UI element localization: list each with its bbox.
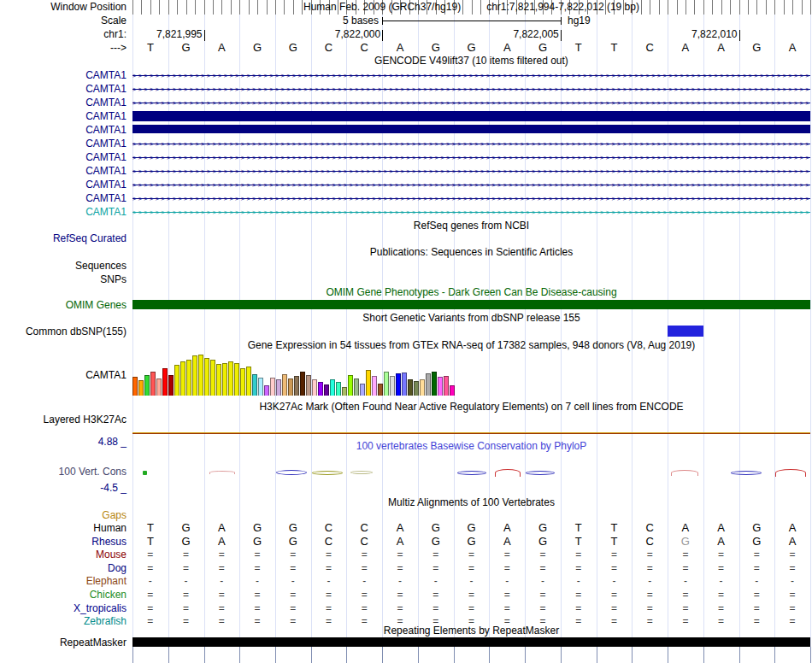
- base-cell: -: [239, 575, 275, 587]
- base-cell: =: [132, 549, 168, 560]
- base-cell: =: [418, 549, 454, 560]
- multiz-alignment-layer: HumanTGAGGCCAGGAGTTCAAGARhesusTGAGGCCAGG…: [0, 0, 812, 663]
- base-cell: =: [168, 549, 204, 560]
- species-label[interactable]: Chicken: [0, 589, 127, 601]
- base-cell: -: [738, 575, 774, 587]
- base-cell: -: [703, 575, 739, 587]
- base-cell: =: [275, 602, 311, 614]
- base-cell: =: [703, 602, 739, 614]
- alignment-row[interactable]: ===================: [132, 549, 810, 560]
- base-cell: T: [597, 522, 633, 534]
- base-cell: G: [275, 536, 311, 548]
- base-cell: =: [703, 549, 739, 560]
- base-cell: =: [382, 602, 418, 614]
- base-cell: -: [346, 575, 382, 587]
- base-cell: =: [738, 602, 774, 614]
- base-cell: =: [632, 589, 668, 601]
- base-cell: -: [454, 575, 490, 587]
- base-cell: G: [168, 536, 204, 548]
- base-cell: =: [275, 589, 311, 601]
- base-cell: A: [203, 536, 239, 548]
- base-cell: -: [668, 575, 703, 587]
- base-cell: =: [525, 562, 561, 574]
- base-cell: -: [203, 575, 239, 587]
- base-cell: =: [311, 562, 347, 574]
- base-cell: T: [561, 536, 597, 548]
- base-cell: =: [561, 589, 597, 601]
- base-cell: =: [703, 589, 739, 601]
- base-cell: =: [597, 589, 633, 601]
- base-cell: =: [346, 549, 382, 560]
- species-label[interactable]: Mouse: [0, 549, 127, 560]
- alignment-row[interactable]: -------------------: [132, 575, 810, 587]
- alignment-row[interactable]: TGAGGCCAGGAGTTCGAGA: [132, 536, 810, 548]
- base-cell: =: [346, 602, 382, 614]
- base-cell: =: [489, 602, 525, 614]
- base-cell: =: [597, 549, 633, 560]
- base-cell: =: [132, 562, 168, 574]
- base-cell: G: [738, 536, 774, 548]
- repeatmasker-bar[interactable]: [132, 637, 810, 647]
- alignment-row[interactable]: ===================: [132, 589, 810, 601]
- base-cell: =: [311, 549, 347, 560]
- base-cell: =: [738, 549, 774, 560]
- base-cell: =: [489, 589, 525, 601]
- base-cell: =: [382, 549, 418, 560]
- base-cell: =: [454, 549, 490, 560]
- species-label[interactable]: Rhesus: [0, 536, 127, 548]
- species-label[interactable]: Dog: [0, 562, 127, 574]
- alignment-row[interactable]: ===================: [132, 562, 810, 574]
- base-cell: =: [703, 562, 739, 574]
- base-cell: =: [239, 589, 275, 601]
- base-cell: =: [275, 549, 311, 560]
- base-cell: =: [239, 549, 275, 560]
- base-cell: -: [632, 575, 668, 587]
- base-cell: G: [239, 536, 275, 548]
- base-cell: -: [168, 575, 204, 587]
- base-cell: C: [632, 536, 668, 548]
- base-cell: -: [525, 575, 561, 587]
- base-cell: =: [632, 549, 668, 560]
- species-label[interactable]: Zebrafish: [0, 615, 127, 627]
- base-cell: =: [774, 549, 810, 560]
- base-cell: =: [168, 602, 204, 614]
- alignment-row[interactable]: ===================: [132, 602, 810, 614]
- base-cell: -: [774, 575, 810, 587]
- base-cell: =: [774, 589, 810, 601]
- base-cell: G: [738, 522, 774, 534]
- alignment-row[interactable]: TGAGGCCAGGAGTTCAAGA: [132, 522, 810, 534]
- base-cell: =: [418, 562, 454, 574]
- base-cell: =: [489, 562, 525, 574]
- species-label[interactable]: X_tropicalis: [0, 602, 127, 614]
- base-cell: =: [774, 562, 810, 574]
- base-cell: C: [346, 522, 382, 534]
- base-cell: =: [561, 562, 597, 574]
- base-cell: =: [203, 562, 239, 574]
- base-cell: =: [668, 549, 703, 560]
- base-cell: -: [561, 575, 597, 587]
- base-cell: =: [275, 562, 311, 574]
- base-cell: =: [418, 589, 454, 601]
- track-label-repeatmasker[interactable]: RepeatMasker: [0, 637, 127, 648]
- base-cell: G: [525, 536, 561, 548]
- base-cell: T: [132, 536, 168, 548]
- base-cell: -: [311, 575, 347, 587]
- base-cell: G: [418, 522, 454, 534]
- base-cell: C: [346, 536, 382, 548]
- species-label[interactable]: Elephant: [0, 575, 127, 587]
- base-cell: =: [454, 602, 490, 614]
- base-cell: =: [311, 589, 347, 601]
- base-cell: =: [346, 562, 382, 574]
- base-cell: C: [311, 536, 347, 548]
- base-cell: G: [454, 536, 490, 548]
- base-cell: G: [168, 522, 204, 534]
- base-cell: =: [454, 562, 490, 574]
- base-cell: =: [632, 562, 668, 574]
- base-cell: A: [703, 536, 739, 548]
- species-label[interactable]: Human: [0, 522, 127, 534]
- base-cell: A: [489, 536, 525, 548]
- base-cell: T: [597, 536, 633, 548]
- base-cell: =: [597, 602, 633, 614]
- base-cell: A: [382, 522, 418, 534]
- base-cell: G: [454, 522, 490, 534]
